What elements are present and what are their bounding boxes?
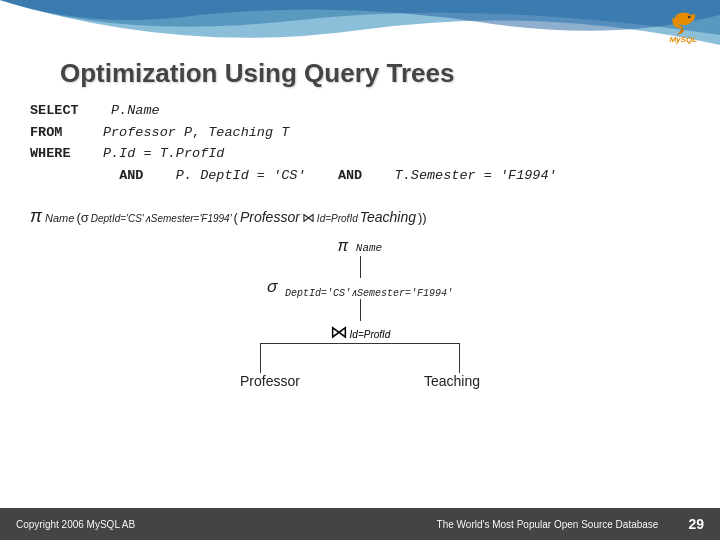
footer-copyright: Copyright 2006 MySQL AB bbox=[16, 519, 135, 530]
svg-point-1 bbox=[688, 16, 691, 19]
mysql-dolphin-icon: MySQL bbox=[664, 8, 700, 44]
sql-select-val: P.Name bbox=[111, 103, 160, 118]
tree-node-sigma: σ DeptId='CS'∧Semester='F1994' bbox=[267, 278, 453, 299]
formula-open-paren: ( bbox=[234, 210, 238, 225]
formula-sigma-open: (σ bbox=[76, 210, 88, 225]
mysql-logo: MySQL bbox=[664, 8, 700, 44]
v-branch-left bbox=[260, 343, 261, 373]
formula-teaching: Teaching bbox=[360, 209, 416, 225]
formula-sigma-sub: DeptId='CS'∧Semester='F1994' bbox=[91, 213, 232, 224]
main-content: SELECT P.Name FROM Professor P, Teaching… bbox=[30, 100, 690, 500]
tree-branch-lines bbox=[250, 343, 470, 373]
footer-bar: Copyright 2006 MySQL AB The World's Most… bbox=[0, 508, 720, 540]
tree-leaf-teaching: Teaching bbox=[424, 373, 480, 389]
top-banner bbox=[0, 0, 720, 60]
tree-sigma-sub: DeptId='CS'∧Semester='F1994' bbox=[285, 288, 453, 299]
footer-tagline: The World's Most Popular Open Source Dat… bbox=[437, 519, 659, 530]
sql-and-kw: AND bbox=[119, 168, 143, 183]
v-branch-right bbox=[459, 343, 460, 373]
formula-line: π Name (σ DeptId='CS'∧Semester='F1994' (… bbox=[30, 206, 690, 227]
sql-from-val: Professor P, Teaching T bbox=[103, 125, 289, 140]
footer-slide-number: 29 bbox=[688, 516, 704, 532]
tree-node-join: ⋈ Id=ProfId bbox=[330, 321, 391, 343]
sql-and-val1: P. DeptId bbox=[176, 168, 249, 183]
tree-v-line-2 bbox=[360, 299, 361, 321]
sql-select-kw: SELECT bbox=[30, 103, 79, 118]
sql-and-val2: T.Semester bbox=[395, 168, 476, 183]
h-branch-line bbox=[260, 343, 460, 344]
footer-right: The World's Most Popular Open Source Dat… bbox=[437, 516, 704, 532]
sql-line-4: AND P. DeptId = 'CS' AND T.Semester = 'F… bbox=[30, 165, 690, 187]
tree-pi-sub: Name bbox=[356, 242, 382, 254]
page-title: Optimization Using Query Trees bbox=[60, 58, 660, 89]
formula-join-symbol: ⋈ bbox=[302, 210, 315, 225]
formula-name-sub: Name bbox=[45, 212, 74, 224]
formula-professor: Professor bbox=[240, 209, 300, 225]
tree-v-line-1 bbox=[360, 256, 361, 278]
tree-node-pi: π Name bbox=[338, 237, 382, 256]
tree-sigma-symbol: σ bbox=[267, 278, 277, 297]
formula-join-sub: Id=ProfId bbox=[317, 213, 358, 224]
sql-block: SELECT P.Name FROM Professor P, Teaching… bbox=[30, 100, 690, 186]
sql-line-1: SELECT P.Name bbox=[30, 100, 690, 122]
sql-line-2: FROM Professor P, Teaching T bbox=[30, 122, 690, 144]
sql-from-kw: FROM bbox=[30, 125, 62, 140]
tree-diagram: π Name σ DeptId='CS'∧Semester='F1994' ⋈ … bbox=[30, 237, 690, 389]
sql-line-3: WHERE P.Id = T.ProfId bbox=[30, 143, 690, 165]
sql-where-val: P.Id = T.ProfId bbox=[103, 146, 225, 161]
sql-and-kw2: AND bbox=[338, 168, 362, 183]
formula-close-parens: )) bbox=[418, 210, 427, 225]
tree-leaf-labels: Professor Teaching bbox=[240, 373, 480, 389]
tree-pi-symbol: π bbox=[338, 237, 348, 256]
tree-leaf-professor: Professor bbox=[240, 373, 300, 389]
tree-join-symbol: ⋈ bbox=[330, 321, 348, 343]
svg-text:MySQL: MySQL bbox=[669, 35, 697, 44]
sql-where-kw: WHERE bbox=[30, 146, 71, 161]
pi-symbol-1: π bbox=[30, 206, 42, 227]
tree-join-sub: Id=ProfId bbox=[350, 329, 391, 340]
